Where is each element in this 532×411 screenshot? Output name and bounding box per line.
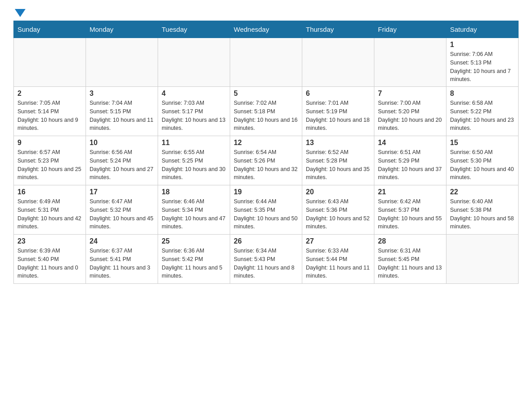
logo-general xyxy=(13,9,26,16)
page-header xyxy=(13,9,519,16)
day-info: Sunrise: 7:01 AMSunset: 5:19 PMDaylight:… xyxy=(306,99,370,133)
calendar-week-1: 1Sunrise: 7:06 AMSunset: 5:13 PMDaylight… xyxy=(14,38,519,87)
day-number: 18 xyxy=(162,188,226,196)
calendar-week-3: 9Sunrise: 6:57 AMSunset: 5:23 PMDaylight… xyxy=(14,136,519,185)
calendar-header-thursday: Thursday xyxy=(302,21,374,38)
day-number: 12 xyxy=(234,139,298,147)
calendar-week-4: 16Sunrise: 6:49 AMSunset: 5:31 PMDayligh… xyxy=(14,185,519,235)
calendar-cell: 15Sunrise: 6:50 AMSunset: 5:30 PMDayligh… xyxy=(446,136,519,185)
day-info: Sunrise: 6:49 AMSunset: 5:31 PMDaylight:… xyxy=(17,197,82,231)
calendar-cell: 14Sunrise: 6:51 AMSunset: 5:29 PMDayligh… xyxy=(374,136,446,185)
day-number: 13 xyxy=(306,139,370,147)
calendar-cell xyxy=(86,38,158,87)
day-number: 27 xyxy=(306,237,370,245)
calendar-cell: 1Sunrise: 7:06 AMSunset: 5:13 PMDaylight… xyxy=(446,38,519,87)
calendar-cell: 26Sunrise: 6:34 AMSunset: 5:43 PMDayligh… xyxy=(230,235,302,284)
calendar-cell: 3Sunrise: 7:04 AMSunset: 5:15 PMDaylight… xyxy=(86,87,158,136)
calendar-cell: 24Sunrise: 6:37 AMSunset: 5:41 PMDayligh… xyxy=(86,235,158,284)
day-info: Sunrise: 7:04 AMSunset: 5:15 PMDaylight:… xyxy=(90,99,154,133)
calendar-cell: 25Sunrise: 6:36 AMSunset: 5:42 PMDayligh… xyxy=(158,235,230,284)
calendar-header-monday: Monday xyxy=(86,21,158,38)
day-number: 5 xyxy=(234,90,298,98)
day-info: Sunrise: 7:05 AMSunset: 5:14 PMDaylight:… xyxy=(17,99,82,133)
calendar-cell: 6Sunrise: 7:01 AMSunset: 5:19 PMDaylight… xyxy=(302,87,374,136)
calendar-header-tuesday: Tuesday xyxy=(158,21,230,38)
calendar-cell: 21Sunrise: 6:42 AMSunset: 5:37 PMDayligh… xyxy=(374,185,446,235)
calendar-cell: 2Sunrise: 7:05 AMSunset: 5:14 PMDaylight… xyxy=(14,87,86,136)
calendar-cell xyxy=(374,38,446,87)
day-info: Sunrise: 6:57 AMSunset: 5:23 PMDaylight:… xyxy=(17,148,82,182)
day-info: Sunrise: 6:46 AMSunset: 5:34 PMDaylight:… xyxy=(162,197,226,231)
day-info: Sunrise: 6:33 AMSunset: 5:44 PMDaylight:… xyxy=(306,247,370,280)
day-info: Sunrise: 6:43 AMSunset: 5:36 PMDaylight:… xyxy=(306,197,370,231)
day-number: 17 xyxy=(90,188,154,196)
calendar-cell: 22Sunrise: 6:40 AMSunset: 5:38 PMDayligh… xyxy=(446,185,519,235)
day-info: Sunrise: 6:39 AMSunset: 5:40 PMDaylight:… xyxy=(17,247,82,280)
calendar-cell: 10Sunrise: 6:56 AMSunset: 5:24 PMDayligh… xyxy=(86,136,158,185)
day-number: 19 xyxy=(234,188,298,196)
calendar-cell xyxy=(302,38,374,87)
day-info: Sunrise: 6:34 AMSunset: 5:43 PMDaylight:… xyxy=(234,247,298,280)
calendar-cell xyxy=(158,38,230,87)
calendar-header-sunday: Sunday xyxy=(14,21,86,38)
day-number: 3 xyxy=(90,90,154,98)
day-info: Sunrise: 6:58 AMSunset: 5:22 PMDaylight:… xyxy=(450,99,515,133)
calendar-cell xyxy=(230,38,302,87)
day-number: 16 xyxy=(17,188,82,196)
calendar-cell: 28Sunrise: 6:31 AMSunset: 5:45 PMDayligh… xyxy=(374,235,446,284)
day-info: Sunrise: 6:37 AMSunset: 5:41 PMDaylight:… xyxy=(90,247,154,280)
calendar-cell xyxy=(446,235,519,284)
calendar-cell: 19Sunrise: 6:44 AMSunset: 5:35 PMDayligh… xyxy=(230,185,302,235)
day-info: Sunrise: 6:56 AMSunset: 5:24 PMDaylight:… xyxy=(90,148,154,182)
day-number: 14 xyxy=(378,139,442,147)
day-info: Sunrise: 6:47 AMSunset: 5:32 PMDaylight:… xyxy=(90,197,154,231)
day-number: 2 xyxy=(17,90,82,98)
calendar-cell xyxy=(14,38,86,87)
calendar-header-saturday: Saturday xyxy=(446,21,519,38)
day-number: 23 xyxy=(17,237,82,245)
day-info: Sunrise: 7:02 AMSunset: 5:18 PMDaylight:… xyxy=(234,99,298,133)
calendar-header-wednesday: Wednesday xyxy=(230,21,302,38)
calendar-cell: 5Sunrise: 7:02 AMSunset: 5:18 PMDaylight… xyxy=(230,87,302,136)
day-info: Sunrise: 6:54 AMSunset: 5:26 PMDaylight:… xyxy=(234,148,298,182)
calendar-cell: 18Sunrise: 6:46 AMSunset: 5:34 PMDayligh… xyxy=(158,185,230,235)
calendar-cell: 7Sunrise: 7:00 AMSunset: 5:20 PMDaylight… xyxy=(374,87,446,136)
day-info: Sunrise: 6:52 AMSunset: 5:28 PMDaylight:… xyxy=(306,148,370,182)
calendar-header-row: SundayMondayTuesdayWednesdayThursdayFrid… xyxy=(14,21,519,38)
day-number: 4 xyxy=(162,90,226,98)
day-info: Sunrise: 6:36 AMSunset: 5:42 PMDaylight:… xyxy=(162,247,226,280)
day-info: Sunrise: 6:50 AMSunset: 5:30 PMDaylight:… xyxy=(450,148,515,182)
calendar-week-2: 2Sunrise: 7:05 AMSunset: 5:14 PMDaylight… xyxy=(14,87,519,136)
day-info: Sunrise: 7:06 AMSunset: 5:13 PMDaylight:… xyxy=(450,50,515,84)
calendar-cell: 8Sunrise: 6:58 AMSunset: 5:22 PMDaylight… xyxy=(446,87,519,136)
day-info: Sunrise: 6:42 AMSunset: 5:37 PMDaylight:… xyxy=(378,197,442,231)
day-number: 26 xyxy=(234,237,298,245)
calendar-cell: 4Sunrise: 7:03 AMSunset: 5:17 PMDaylight… xyxy=(158,87,230,136)
calendar-cell: 17Sunrise: 6:47 AMSunset: 5:32 PMDayligh… xyxy=(86,185,158,235)
calendar-table: SundayMondayTuesdayWednesdayThursdayFrid… xyxy=(13,21,519,284)
day-info: Sunrise: 6:55 AMSunset: 5:25 PMDaylight:… xyxy=(162,148,226,182)
day-number: 9 xyxy=(17,139,82,147)
calendar-cell: 11Sunrise: 6:55 AMSunset: 5:25 PMDayligh… xyxy=(158,136,230,185)
calendar-cell: 13Sunrise: 6:52 AMSunset: 5:28 PMDayligh… xyxy=(302,136,374,185)
calendar-cell: 27Sunrise: 6:33 AMSunset: 5:44 PMDayligh… xyxy=(302,235,374,284)
calendar-cell: 16Sunrise: 6:49 AMSunset: 5:31 PMDayligh… xyxy=(14,185,86,235)
day-info: Sunrise: 6:40 AMSunset: 5:38 PMDaylight:… xyxy=(450,197,515,231)
day-number: 24 xyxy=(90,237,154,245)
calendar-cell: 12Sunrise: 6:54 AMSunset: 5:26 PMDayligh… xyxy=(230,136,302,185)
calendar-cell: 9Sunrise: 6:57 AMSunset: 5:23 PMDaylight… xyxy=(14,136,86,185)
day-number: 25 xyxy=(162,237,226,245)
day-number: 11 xyxy=(162,139,226,147)
day-info: Sunrise: 7:03 AMSunset: 5:17 PMDaylight:… xyxy=(162,99,226,133)
calendar-header-friday: Friday xyxy=(374,21,446,38)
day-number: 7 xyxy=(378,90,442,98)
day-number: 15 xyxy=(450,139,515,147)
day-number: 8 xyxy=(450,90,515,98)
day-info: Sunrise: 6:51 AMSunset: 5:29 PMDaylight:… xyxy=(378,148,442,182)
calendar-week-5: 23Sunrise: 6:39 AMSunset: 5:40 PMDayligh… xyxy=(14,235,519,284)
calendar-cell: 20Sunrise: 6:43 AMSunset: 5:36 PMDayligh… xyxy=(302,185,374,235)
day-info: Sunrise: 6:31 AMSunset: 5:45 PMDaylight:… xyxy=(378,247,442,280)
day-info: Sunrise: 7:00 AMSunset: 5:20 PMDaylight:… xyxy=(378,99,442,133)
day-number: 20 xyxy=(306,188,370,196)
day-number: 10 xyxy=(90,139,154,147)
